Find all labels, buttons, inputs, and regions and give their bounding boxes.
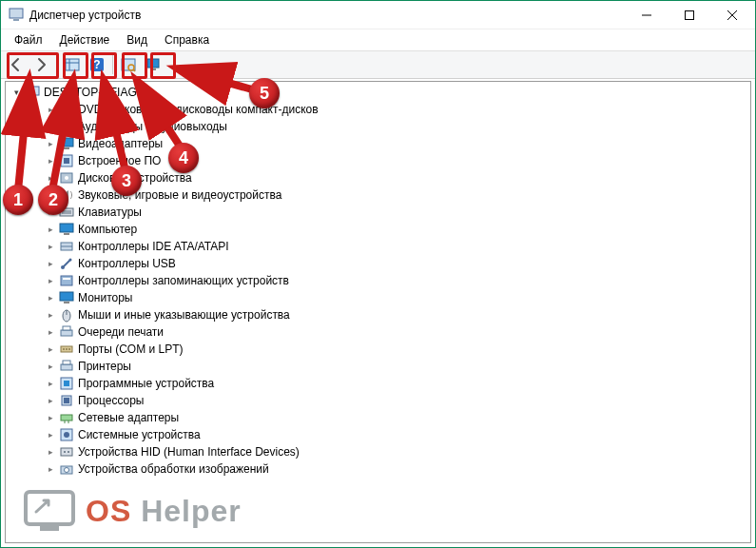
menubar: Файл Действие Вид Справка	[1, 29, 755, 50]
expander-icon[interactable]: ▸	[44, 274, 57, 287]
expander-icon[interactable]: ▸	[44, 428, 57, 441]
storage-icon	[59, 273, 74, 288]
disk-icon	[59, 170, 74, 186]
computer-icon	[59, 222, 74, 237]
svg-point-47	[68, 348, 70, 350]
expander-icon[interactable]: ▸	[44, 291, 57, 304]
tree-row[interactable]: ▸Устройства обработки изображений	[6, 460, 750, 478]
tree-row[interactable]: ▸Принтеры	[6, 358, 750, 375]
device-tree[interactable]: ▾ DESKTOP-CFIAGTS ▸DVD-дисководы и диско…	[5, 81, 751, 543]
expander-icon[interactable]: ▸	[44, 462, 57, 476]
forward-button[interactable]	[29, 53, 52, 76]
tree-row[interactable]: ▸Дисковые устройства	[6, 169, 750, 186]
ide-icon	[59, 239, 74, 254]
tree-row[interactable]: ▸Звуковые, игровые и видеоустройства	[6, 186, 750, 204]
svg-point-45	[63, 348, 65, 350]
svg-rect-53	[64, 398, 69, 403]
svg-rect-3	[685, 10, 693, 19]
expander-icon[interactable]: ▸	[44, 120, 57, 133]
tree-row[interactable]: ▸Встроенное ПО	[6, 152, 750, 169]
svg-rect-42	[61, 330, 72, 336]
hid-icon	[59, 444, 74, 460]
expander-icon[interactable]: ▸	[44, 342, 57, 356]
tree-row[interactable]: ▸DVD-дисководы и дисководы компакт-диско…	[6, 101, 750, 118]
svg-point-19	[65, 108, 68, 111]
maximize-button[interactable]	[668, 1, 710, 29]
svg-rect-15	[150, 68, 156, 70]
expander-icon[interactable]: ▸	[44, 240, 57, 253]
tree-row[interactable]: ▸Компьютер	[6, 221, 750, 238]
svg-rect-39	[64, 302, 69, 303]
expander-icon[interactable]: ▸	[44, 411, 57, 424]
software-icon	[59, 376, 74, 391]
tree-row[interactable]: ▸Контроллеры USB	[6, 255, 750, 272]
expander-icon[interactable]: ▸	[44, 377, 57, 390]
svg-point-61	[68, 451, 69, 453]
menu-file[interactable]: Файл	[7, 30, 50, 49]
tree-row[interactable]: ▸Контроллеры запоминающих устройств	[6, 272, 750, 289]
tree-row[interactable]: ▸Процессоры	[6, 392, 750, 409]
device-manager-icon	[9, 8, 24, 23]
scan-hardware-button[interactable]	[117, 53, 140, 76]
tree-row[interactable]: ▸Аудиовходы и аудиовыходы	[6, 118, 750, 135]
svg-rect-23	[64, 158, 69, 164]
device-category-label: Принтеры	[78, 360, 131, 373]
svg-rect-59	[61, 448, 72, 456]
display-icon	[59, 136, 74, 151]
expander-icon[interactable]: ▸	[44, 308, 57, 322]
svg-rect-43	[63, 326, 70, 330]
minimize-button[interactable]	[625, 1, 668, 29]
expander-icon[interactable]: ▸	[44, 103, 57, 116]
svg-rect-38	[60, 292, 73, 301]
expander-icon[interactable]: ▸	[44, 206, 57, 219]
svg-rect-0	[10, 9, 23, 18]
menu-action[interactable]: Действие	[52, 30, 118, 49]
tree-row[interactable]: ▸Контроллеры IDE ATA/ATAPI	[6, 238, 750, 255]
svg-rect-54	[61, 415, 72, 421]
tree-row[interactable]: ▸Видеоадаптеры	[6, 135, 750, 152]
back-button[interactable]	[5, 53, 28, 76]
device-category-label: Устройства обработки изображений	[78, 462, 269, 476]
tree-row[interactable]: ▸Устройства HID (Human Interface Devices…	[6, 443, 750, 460]
tree-row[interactable]: ▸Сетевые адаптеры	[6, 409, 750, 426]
expander-icon[interactable]: ▸	[44, 223, 57, 236]
expander-icon[interactable]: ▸	[44, 394, 57, 407]
device-category-label: Программные устройства	[78, 377, 214, 390]
tree-row[interactable]: ▸Системные устройства	[6, 426, 750, 443]
view-devices-button[interactable]	[142, 53, 165, 76]
tree-row[interactable]: ▸Порты (COM и LPT)	[6, 341, 750, 358]
tree-root-row[interactable]: ▾ DESKTOP-CFIAGTS	[6, 84, 750, 101]
tree-row[interactable]: ▸Очереди печати	[6, 323, 750, 341]
svg-rect-30	[64, 233, 69, 235]
expander-icon[interactable]: ▸	[44, 325, 57, 339]
expander-icon[interactable]: ▸	[44, 188, 57, 202]
tree-row[interactable]: ▸Программные устройства	[6, 375, 750, 392]
device-category-label: Контроллеры USB	[78, 257, 176, 270]
svg-point-25	[65, 176, 68, 180]
expander-icon[interactable]: ▸	[44, 154, 57, 167]
menu-help[interactable]: Справка	[157, 30, 217, 49]
close-button[interactable]	[710, 1, 753, 29]
toolbar-separator	[112, 55, 113, 74]
show-hidden-button[interactable]	[61, 53, 84, 76]
tree-row[interactable]: ▸Клавиатуры	[6, 204, 750, 221]
device-category-label: Порты (COM и LPT)	[78, 342, 184, 356]
svg-point-58	[64, 432, 69, 438]
tree-row[interactable]: ▸Мыши и иные указывающие устройства	[6, 306, 750, 323]
expander-icon[interactable]: ▸	[44, 360, 57, 373]
expander-icon[interactable]: ▸	[44, 445, 57, 459]
expander-icon[interactable]: ▸	[44, 171, 57, 185]
device-category-label: Устройства HID (Human Interface Devices)	[78, 445, 300, 459]
device-category-label: Клавиатуры	[78, 206, 142, 219]
dvd-icon	[59, 102, 74, 117]
expander-icon[interactable]: ▾	[10, 86, 23, 99]
tree-row[interactable]: ▸Мониторы	[6, 289, 750, 306]
expander-icon[interactable]: ▸	[44, 137, 57, 150]
svg-rect-14	[147, 59, 159, 68]
monitor-icon	[59, 290, 74, 305]
device-category-label: Звуковые, игровые и видеоустройства	[78, 188, 281, 202]
firmware-icon	[59, 153, 74, 168]
expander-icon[interactable]: ▸	[44, 257, 57, 270]
help-button[interactable]: ?	[86, 53, 108, 76]
menu-view[interactable]: Вид	[119, 30, 155, 49]
